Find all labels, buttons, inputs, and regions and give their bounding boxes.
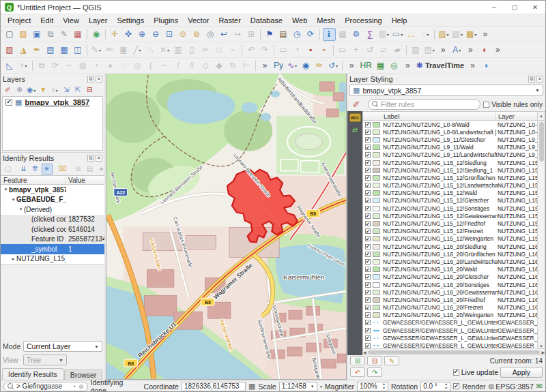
scrollbar-thumb[interactable] — [539, 122, 544, 162]
rule-checkbox[interactable]: ✔ — [365, 320, 371, 325]
highlight-pinned-labels[interactable]: ▫ — [318, 44, 331, 57]
rule-checkbox[interactable]: ✔ — [365, 236, 371, 241]
menu-view[interactable]: View — [58, 16, 84, 25]
styling-close-icon[interactable]: ✕ — [536, 76, 543, 82]
toolbar-overflow[interactable]: » — [464, 44, 477, 57]
menu-database[interactable]: Database — [246, 16, 287, 25]
rule-row[interactable]: ✔NUTZUNG/NUTZUNG_L15_12/FriedhofNUTZUNG_… — [363, 220, 537, 227]
expand-tree[interactable]: ⇊ — [18, 164, 29, 175]
open-layer-styling-panel[interactable]: ✐ — [3, 85, 14, 95]
rule-checkbox[interactable]: ✔ — [365, 206, 371, 211]
clear-results[interactable]: ⌧ — [57, 164, 68, 175]
identify-float-icon[interactable]: ⧉ — [87, 155, 94, 162]
menu-help[interactable]: Help — [387, 16, 412, 25]
rule-checkbox[interactable]: ✔ — [365, 252, 371, 257]
toolbar-overflow[interactable]: » — [491, 44, 504, 57]
rule-row[interactable]: ✔NUTZUNG/NUTZUNG_L9_11/Landwirtschaft | … — [363, 151, 537, 159]
rule-checkbox[interactable]: ✔ — [365, 152, 371, 157]
rule-checkbox[interactable]: ✔ — [365, 297, 371, 303]
clear-icon[interactable]: ⊗ — [78, 383, 84, 390]
tree-expanded-icon[interactable]: ▾ — [10, 197, 16, 202]
menu-project[interactable]: Project — [3, 16, 35, 25]
style-manager[interactable]: ▦ — [72, 28, 85, 41]
rule-checkbox[interactable]: ✔ — [365, 274, 371, 280]
identify-features[interactable]: ℹ — [323, 28, 336, 41]
collapse-tree[interactable]: ⇈ — [30, 164, 41, 175]
rule-checkbox[interactable]: ✔ — [365, 175, 371, 181]
tree-expanded-icon[interactable]: ▾ — [18, 207, 24, 212]
edit-rule-button[interactable]: ✎ — [384, 356, 399, 365]
undo-style-button[interactable]: ↶ — [350, 367, 365, 377]
menu-edit[interactable]: Edit — [35, 16, 58, 25]
layers-close-icon[interactable]: ✕ — [96, 76, 102, 82]
rule-row[interactable]: ✔NUTZUNG/NUTZUNG_L15_12/WaldNUTZUNG_L15_… — [363, 190, 537, 197]
scroll-right-icon[interactable]: ▶ — [541, 350, 545, 355]
lock-scale-icon[interactable]: ▪ — [320, 383, 322, 390]
remove-rule-button[interactable]: ⊟ — [367, 356, 382, 365]
symbology-tab[interactable]: ✐ — [347, 100, 365, 109]
identify-row[interactable]: (clicked coordinate Y)6146014 — [1, 224, 104, 235]
rule-row[interactable]: ✔GEWAESSER/GEWAESSER_L_GEWLUnterirdisch/… — [363, 342, 537, 348]
zoom-last[interactable]: ↩ — [218, 28, 231, 41]
add-mesh-layer[interactable]: ◫ — [72, 44, 85, 57]
scroll-up-icon[interactable]: ▲ — [537, 112, 545, 120]
new-project[interactable]: ▢ — [3, 28, 16, 41]
rule-row[interactable]: ✔NUTZUNG/NUTZUNG_L16_20/GletscherNUTZUNG… — [363, 273, 537, 281]
maximize-button[interactable]: ▢ — [504, 1, 525, 14]
toolbar-overflow[interactable]: » — [96, 164, 105, 175]
collapse-all[interactable]: ⇱ — [72, 85, 83, 95]
select-features[interactable]: ▧▾ — [437, 28, 450, 41]
add-group[interactable]: ⊕ — [14, 85, 25, 95]
menu-vector[interactable]: Vector — [183, 16, 214, 25]
processing-toolbox[interactable]: ⚙ — [350, 28, 363, 41]
magnifier-input[interactable]: 100%▲▼ — [357, 382, 388, 391]
rule-checkbox[interactable]: ✔ — [365, 213, 371, 219]
rule-row[interactable]: ✔NUTZUNG/NUTZUNG_L16_20/WeingartenNUTZUN… — [363, 312, 537, 319]
rule-row[interactable]: ✔NUTZUNG/NUTZUNG_L15_12/Siedlung_1NUTZUN… — [363, 166, 537, 174]
rule-row[interactable]: ✔NUTZUNG/NUTZUNG_L0-8/WaldNUTZUNG_L0-8 — [363, 121, 537, 128]
search-layers-plugin[interactable]: ◎ — [388, 59, 401, 72]
menu-mesh[interactable]: Mesh — [312, 16, 340, 25]
toolbar-overflow[interactable]: » — [401, 59, 414, 72]
add-raster-layer[interactable]: ▦ — [58, 44, 71, 57]
rule-row[interactable]: ✔NUTZUNG/NUTZUNG_L16_20/FriedhofNUTZUNG_… — [363, 296, 537, 303]
scrollbar-thumb[interactable] — [368, 350, 541, 354]
toolbar-overflow[interactable]: » — [437, 44, 450, 57]
undo-map-view[interactable]: ↺▾ — [327, 59, 340, 72]
zoom-to-selection[interactable]: ⊙ — [177, 28, 190, 41]
metasearch[interactable]: ◉ — [300, 59, 313, 72]
coordinate-input[interactable]: 1826336,6145753 — [182, 382, 246, 391]
pan-map[interactable]: ✛ — [109, 28, 121, 41]
rule-row[interactable]: ✔NUTZUNG/NUTZUNG_L15_12/SonstigesNUTZUNG… — [363, 205, 537, 212]
crs-status-button[interactable]: ◍ EPSG:3857 — [489, 382, 534, 391]
layer-column-header[interactable]: Layer — [496, 112, 537, 120]
visible-rules-checkbox[interactable] — [483, 102, 489, 108]
rule-row[interactable]: ✔NUTZUNG/NUTZUNG_L15_12/WeingartenNUTZUN… — [363, 235, 537, 243]
add-vector-layer[interactable]: ◮ — [17, 44, 30, 57]
data-source-manager[interactable]: ▧ — [3, 44, 16, 57]
map-tips[interactable]: … — [405, 28, 418, 41]
identify-close-icon[interactable]: ✕ — [96, 155, 102, 162]
add-rule-button[interactable]: ⊞ — [350, 356, 365, 365]
rule-checkbox[interactable]: ✔ — [365, 328, 371, 333]
traveltime-plugin[interactable]: ✱TravelTime — [415, 59, 465, 72]
tab-identify-results[interactable]: Identify Results — [2, 368, 63, 380]
rule-checkbox[interactable]: ✔ — [365, 267, 371, 272]
label-column-header[interactable]: Label — [363, 112, 496, 120]
identify-row[interactable]: (clicked coordinate X)1827532 — [1, 215, 104, 225]
rule-checkbox[interactable]: ✔ — [365, 343, 371, 348]
identify-mode-combo[interactable]: Current Layer ▼ — [23, 341, 102, 352]
menu-processing[interactable]: Processing — [340, 16, 386, 25]
identify-row[interactable]: ▾(Derived) — [1, 205, 104, 215]
rule-checkbox[interactable]: ✔ — [365, 145, 371, 150]
bing-plugin[interactable]: ◗ — [480, 59, 493, 72]
rule-row[interactable]: ✔NUTZUNG/NUTZUNG_L16_20/GewässerrandNUTZ… — [363, 288, 537, 296]
history-tab[interactable]: ⇄ — [349, 125, 361, 134]
rule-checkbox[interactable]: ✔ — [365, 259, 371, 265]
rule-row[interactable]: ✔NUTZUNG/NUTZUNG_L15_12/SiedlungNUTZUNG_… — [363, 159, 537, 166]
add-postgis-layer[interactable]: ▤ — [44, 44, 57, 57]
project-properties[interactable]: ✎ — [58, 28, 71, 41]
rule-row[interactable]: ✔NUTZUNG/NUTZUNG_L15_12/FreizeitNUTZUNG_… — [363, 228, 537, 235]
identify-row[interactable]: ▾GEBAEUDE_F_AGG — [1, 195, 104, 205]
zoom-to-layer[interactable]: ⊚ — [190, 28, 203, 41]
